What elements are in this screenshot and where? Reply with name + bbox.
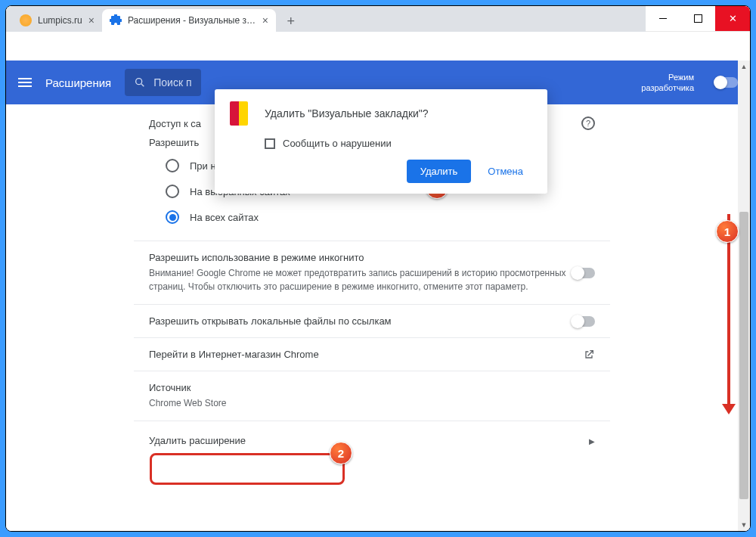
incognito-title: Разрешить использование в режиме инкогни…	[149, 252, 595, 263]
favicon	[110, 14, 122, 26]
remove-dialog: Удалить "Визуальные закладки"? Сообщить …	[215, 89, 547, 194]
badge-2: 2	[330, 442, 352, 464]
badge-1: 1	[716, 220, 739, 243]
incognito-toggle[interactable]	[572, 268, 595, 278]
confirm-remove-button[interactable]: Удалить	[407, 160, 472, 183]
webstore-link[interactable]: Перейти в Интернет-магазин Chrome	[134, 337, 610, 371]
tab-extensions[interactable]: Расширения - Визуальные закл ×	[102, 9, 276, 32]
svg-point-3	[136, 79, 142, 85]
scroll-up-icon[interactable]: ▲	[738, 61, 750, 73]
menu-icon[interactable]	[18, 78, 32, 87]
scroll-down-icon[interactable]: ▼	[738, 519, 750, 531]
close-icon[interactable]: ×	[88, 14, 94, 26]
dev-mode-label: Режим разработчика	[641, 72, 694, 94]
minimize-button[interactable]	[646, 6, 680, 31]
page-title: Расширения	[45, 76, 111, 89]
close-icon[interactable]: ×	[262, 14, 268, 26]
chevron-right-icon: ▶	[589, 436, 595, 445]
maximize-button[interactable]	[680, 6, 715, 31]
dev-mode-toggle[interactable]	[715, 77, 738, 88]
file-urls-toggle[interactable]	[572, 316, 595, 327]
window-close-button[interactable]: ✕	[715, 6, 750, 31]
cancel-button[interactable]: Отмена	[479, 160, 532, 183]
favicon	[20, 14, 32, 26]
tab-title: Расширения - Визуальные закл	[128, 15, 256, 26]
svg-line-4	[141, 84, 144, 86]
tab-lumpics[interactable]: Lumpics.ru ×	[12, 9, 102, 32]
search-extensions[interactable]: Поиск п	[125, 69, 200, 96]
scrollbar-thumb[interactable]	[739, 212, 748, 499]
report-abuse-checkbox[interactable]: Сообщить о нарушении	[215, 133, 547, 160]
tab-strip: Lumpics.ru × Расширения - Визуальные зак…	[6, 6, 646, 32]
tab-title: Lumpics.ru	[38, 15, 82, 26]
file-urls-label: Разрешить открывать локальные файлы по с…	[149, 315, 595, 327]
dialog-title: Удалить "Визуальные закладки"?	[265, 107, 429, 120]
scrollbar[interactable]: ▲ ▼	[738, 61, 750, 531]
source-value: Chrome Web Store	[149, 396, 595, 410]
radio-all-sites[interactable]: На всех сайтах	[149, 204, 595, 230]
source-label: Источник	[149, 382, 595, 393]
new-tab-button[interactable]: +	[280, 11, 302, 32]
search-placeholder: Поиск п	[153, 76, 191, 88]
incognito-desc: Внимание! Google Chrome не может предотв…	[149, 266, 595, 293]
external-link-icon	[583, 349, 595, 361]
extension-icon	[230, 101, 254, 126]
remove-extension-row[interactable]: Удалить расширение ▶	[134, 421, 610, 460]
checkbox-icon	[265, 138, 275, 149]
help-icon[interactable]: ?	[581, 116, 595, 130]
